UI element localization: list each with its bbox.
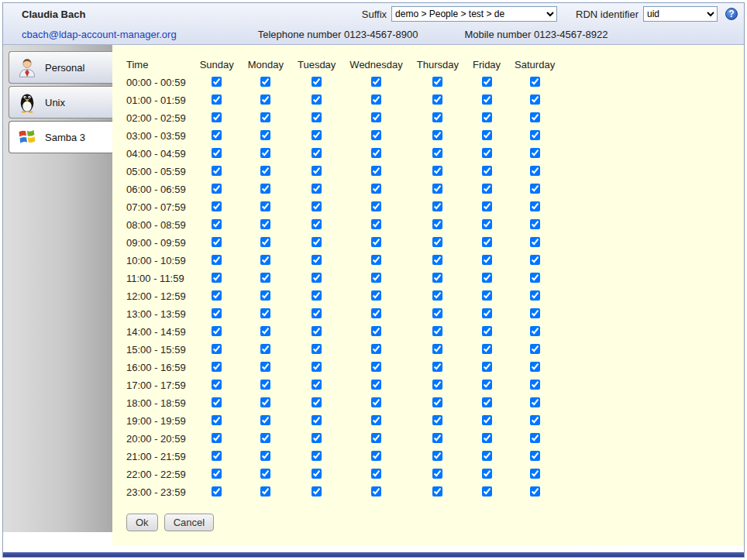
hour-day-checkbox[interactable] xyxy=(371,255,381,265)
hour-day-checkbox[interactable] xyxy=(260,201,270,211)
hour-day-checkbox[interactable] xyxy=(212,94,222,105)
hour-day-checkbox[interactable] xyxy=(482,486,492,496)
hour-day-checkbox[interactable] xyxy=(260,308,270,318)
hour-day-checkbox[interactable] xyxy=(530,219,540,229)
hour-day-checkbox[interactable] xyxy=(212,290,222,301)
hour-day-checkbox[interactable] xyxy=(260,94,270,105)
hour-day-checkbox[interactable] xyxy=(432,237,442,247)
hour-day-checkbox[interactable] xyxy=(482,130,492,140)
rdn-identifier-select[interactable]: uid xyxy=(643,6,718,22)
hour-day-checkbox[interactable] xyxy=(312,326,322,336)
hour-day-checkbox[interactable] xyxy=(371,415,381,425)
hour-day-checkbox[interactable] xyxy=(482,308,492,318)
hour-day-checkbox[interactable] xyxy=(530,273,540,283)
hour-day-checkbox[interactable] xyxy=(212,415,222,425)
hour-day-checkbox[interactable] xyxy=(371,112,381,122)
hour-day-checkbox[interactable] xyxy=(432,415,442,425)
hour-day-checkbox[interactable] xyxy=(312,451,322,461)
hour-day-checkbox[interactable] xyxy=(432,184,442,194)
hour-day-checkbox[interactable] xyxy=(432,344,442,354)
hour-day-checkbox[interactable] xyxy=(212,469,222,479)
hour-day-checkbox[interactable] xyxy=(371,433,381,443)
hour-day-checkbox[interactable] xyxy=(371,166,381,176)
hour-day-checkbox[interactable] xyxy=(482,273,492,283)
hour-day-checkbox[interactable] xyxy=(432,397,442,407)
hour-day-checkbox[interactable] xyxy=(482,201,492,211)
hour-day-checkbox[interactable] xyxy=(482,362,492,372)
hour-day-checkbox[interactable] xyxy=(260,433,270,443)
hour-day-checkbox[interactable] xyxy=(432,219,442,229)
hour-day-checkbox[interactable] xyxy=(371,326,381,336)
hour-day-checkbox[interactable] xyxy=(212,344,222,354)
suffix-select[interactable]: demo > People > test > de xyxy=(391,6,557,22)
hour-day-checkbox[interactable] xyxy=(530,469,540,479)
hour-day-checkbox[interactable] xyxy=(432,166,442,176)
hour-day-checkbox[interactable] xyxy=(432,148,442,158)
hour-day-checkbox[interactable] xyxy=(482,433,492,443)
hour-day-checkbox[interactable] xyxy=(260,77,270,87)
hour-day-checkbox[interactable] xyxy=(312,219,322,229)
hour-day-checkbox[interactable] xyxy=(260,326,270,336)
hour-day-checkbox[interactable] xyxy=(212,451,222,461)
hour-day-checkbox[interactable] xyxy=(260,397,270,407)
hour-day-checkbox[interactable] xyxy=(371,469,381,479)
hour-day-checkbox[interactable] xyxy=(260,451,270,461)
hour-day-checkbox[interactable] xyxy=(530,237,540,247)
hour-day-checkbox[interactable] xyxy=(482,380,492,390)
hour-day-checkbox[interactable] xyxy=(260,380,270,390)
tab-personal[interactable]: Personal xyxy=(9,51,112,84)
hour-day-checkbox[interactable] xyxy=(260,255,270,265)
hour-day-checkbox[interactable] xyxy=(371,308,381,318)
hour-day-checkbox[interactable] xyxy=(371,184,381,194)
hour-day-checkbox[interactable] xyxy=(482,290,492,301)
hour-day-checkbox[interactable] xyxy=(212,326,222,336)
hour-day-checkbox[interactable] xyxy=(312,433,322,443)
hour-day-checkbox[interactable] xyxy=(432,201,442,211)
hour-day-checkbox[interactable] xyxy=(482,94,492,105)
hour-day-checkbox[interactable] xyxy=(312,380,322,390)
hour-day-checkbox[interactable] xyxy=(432,112,442,122)
hour-day-checkbox[interactable] xyxy=(482,166,492,176)
hour-day-checkbox[interactable] xyxy=(432,77,442,87)
hour-day-checkbox[interactable] xyxy=(312,94,322,105)
hour-day-checkbox[interactable] xyxy=(212,308,222,318)
cancel-button[interactable]: Cancel xyxy=(164,514,214,531)
hour-day-checkbox[interactable] xyxy=(432,255,442,265)
hour-day-checkbox[interactable] xyxy=(212,148,222,158)
hour-day-checkbox[interactable] xyxy=(371,397,381,407)
hour-day-checkbox[interactable] xyxy=(482,184,492,194)
hour-day-checkbox[interactable] xyxy=(482,415,492,425)
hour-day-checkbox[interactable] xyxy=(530,77,540,87)
help-icon[interactable]: ? xyxy=(725,8,738,20)
hour-day-checkbox[interactable] xyxy=(482,397,492,407)
hour-day-checkbox[interactable] xyxy=(530,148,540,158)
hour-day-checkbox[interactable] xyxy=(482,255,492,265)
hour-day-checkbox[interactable] xyxy=(312,290,322,301)
hour-day-checkbox[interactable] xyxy=(530,433,540,443)
hour-day-checkbox[interactable] xyxy=(530,290,540,301)
hour-day-checkbox[interactable] xyxy=(312,77,322,87)
hour-day-checkbox[interactable] xyxy=(212,255,222,265)
hour-day-checkbox[interactable] xyxy=(260,166,270,176)
hour-day-checkbox[interactable] xyxy=(530,451,540,461)
hour-day-checkbox[interactable] xyxy=(312,166,322,176)
hour-day-checkbox[interactable] xyxy=(312,486,322,496)
hour-day-checkbox[interactable] xyxy=(260,237,270,247)
hour-day-checkbox[interactable] xyxy=(212,77,222,87)
hour-day-checkbox[interactable] xyxy=(482,451,492,461)
hour-day-checkbox[interactable] xyxy=(260,112,270,122)
hour-day-checkbox[interactable] xyxy=(530,308,540,318)
hour-day-checkbox[interactable] xyxy=(530,130,540,140)
hour-day-checkbox[interactable] xyxy=(432,290,442,301)
hour-day-checkbox[interactable] xyxy=(212,112,222,122)
hour-day-checkbox[interactable] xyxy=(371,201,381,211)
hour-day-checkbox[interactable] xyxy=(530,415,540,425)
hour-day-checkbox[interactable] xyxy=(371,130,381,140)
hour-day-checkbox[interactable] xyxy=(432,326,442,336)
hour-day-checkbox[interactable] xyxy=(530,362,540,372)
ok-button[interactable]: Ok xyxy=(126,514,158,531)
hour-day-checkbox[interactable] xyxy=(312,308,322,318)
hour-day-checkbox[interactable] xyxy=(371,237,381,247)
hour-day-checkbox[interactable] xyxy=(312,148,322,158)
hour-day-checkbox[interactable] xyxy=(482,344,492,354)
